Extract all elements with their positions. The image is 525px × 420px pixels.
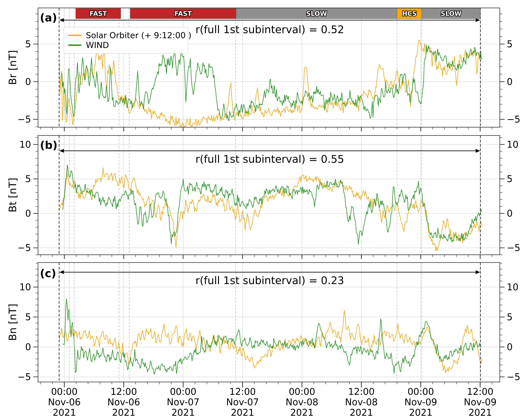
- y-tick-label-left: 5: [25, 39, 31, 49]
- y-tick-label-left: 5: [25, 312, 31, 322]
- annotation-panel-b: r(full 1st subinterval) = 0.55: [59, 153, 480, 165]
- y-tick-label-left: 0: [25, 342, 31, 352]
- solar-orbiter-series-panel-b: [59, 168, 482, 251]
- wind-series-panel-a: [62, 45, 482, 121]
- x-tick-label-line3: 2021: [112, 407, 135, 418]
- wind-type-bar-label: SLOW: [441, 10, 461, 17]
- y-tick-label-right: 5: [507, 39, 513, 49]
- legend-item-solar-orbiter: Solar Orbiter (+ 9:12:00 ): [68, 30, 184, 40]
- y-tick-label-right: −5: [507, 243, 520, 253]
- wind-type-bar-label: FAST: [174, 10, 192, 17]
- x-tick-label-line2: Nov-06: [48, 397, 81, 408]
- x-tick-label-line2: Nov-07: [167, 397, 199, 408]
- x-tick-label-line2: Nov-09: [464, 397, 497, 408]
- y-tick-label-right: −5: [507, 114, 520, 125]
- wind-type-bar-label: FAST: [90, 10, 107, 17]
- legend-item-wind: WIND: [68, 40, 184, 50]
- panel-label-b: (b): [40, 139, 57, 151]
- y-tick-label-left: 5: [25, 174, 31, 184]
- y-axis-label-br: Br [nT]: [7, 50, 19, 85]
- x-tick-label-line1: 12:00: [467, 386, 493, 397]
- x-tick-label-line1: 00:00: [170, 386, 196, 397]
- x-tick-label-line3: 2021: [409, 407, 432, 418]
- wind-type-bar-label: SLOW: [306, 10, 327, 17]
- y-tick-label-left: 10: [19, 282, 31, 292]
- y-tick-label-right: 5: [507, 174, 513, 184]
- x-tick-label-line2: Nov-07: [226, 397, 259, 408]
- wind-line-swatch: [68, 45, 81, 46]
- arrowhead-right: [476, 270, 480, 274]
- x-tick-label-line1: 00:00: [289, 386, 315, 397]
- x-tick-label-line2: Nov-08: [345, 397, 378, 408]
- y-tick-label-left: −5: [18, 372, 31, 382]
- y-tick-label-right: 10: [507, 282, 518, 292]
- arrowhead-left: [59, 18, 64, 22]
- solar-orbiter-line-swatch: [68, 35, 81, 36]
- figure: 5500−5−510105500−5−510105500−5−5FASTFAST…: [0, 0, 525, 420]
- y-axis-label-bt: Bt [nT]: [7, 178, 19, 213]
- x-tick-label-line3: 2021: [290, 407, 314, 418]
- arrowhead-right: [476, 149, 480, 153]
- chart-canvas: 5500−5−510105500−5−510105500−5−5FASTFAST…: [0, 0, 525, 420]
- x-tick-label-line1: 00:00: [51, 386, 77, 397]
- x-tick-label-line1: 12:00: [110, 386, 137, 397]
- y-tick-label-left: 0: [25, 208, 31, 219]
- legend-label-solar-orbiter: Solar Orbiter (+ 9:12:00 ): [86, 31, 192, 40]
- y-tick-label-right: 10: [507, 139, 518, 150]
- x-tick-label-line1: 00:00: [407, 386, 434, 397]
- y-axis-label-bn: Bn [nT]: [7, 304, 19, 341]
- y-tick-label-left: −5: [18, 114, 31, 125]
- legend: Solar Orbiter (+ 9:12:00 ) WIND: [64, 27, 188, 54]
- y-tick-label-left: −5: [18, 243, 31, 253]
- wind-series-panel-c: [63, 299, 482, 374]
- legend-label-wind: WIND: [86, 40, 109, 50]
- y-tick-label-right: 0: [507, 76, 513, 87]
- x-tick-label-line3: 2021: [469, 407, 492, 418]
- annotation-panel-c: r(full 1st subinterval) = 0.23: [59, 274, 480, 287]
- arrowhead-left: [59, 149, 64, 153]
- y-tick-label-right: −5: [507, 372, 520, 382]
- x-tick-label-line2: Nov-09: [404, 397, 437, 408]
- x-tick-label-line3: 2021: [231, 407, 254, 418]
- panel-label-a: (a): [40, 11, 57, 24]
- y-tick-label-right: 5: [507, 312, 513, 322]
- y-tick-label-left: 0: [25, 76, 31, 87]
- y-tick-label-left: 10: [19, 139, 31, 150]
- y-tick-label-right: 0: [507, 208, 513, 219]
- wind-series-panel-b: [63, 165, 482, 244]
- x-tick-label-line2: Nov-08: [286, 397, 318, 408]
- x-tick-label-line2: Nov-06: [107, 397, 140, 408]
- y-tick-label-right: 0: [507, 342, 513, 352]
- x-tick-label-line1: 12:00: [348, 386, 375, 397]
- x-tick-label-line1: 12:00: [229, 386, 256, 397]
- x-tick-label-line3: 2021: [53, 407, 76, 418]
- wind-type-bar-label: HCS: [402, 10, 417, 17]
- arrowhead-left: [59, 270, 64, 274]
- x-tick-label-line3: 2021: [350, 407, 373, 418]
- x-tick-label-line3: 2021: [171, 407, 195, 418]
- panel-label-c: (c): [40, 267, 56, 280]
